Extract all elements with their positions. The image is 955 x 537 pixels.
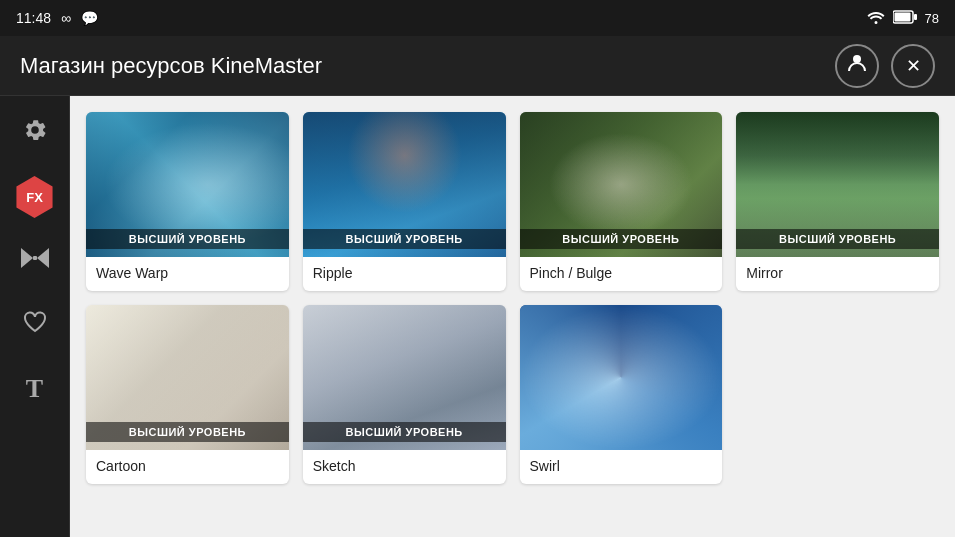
card-thumb-mirror: ВЫСШИЙ УРОВЕНЬ bbox=[736, 112, 939, 257]
svg-point-3 bbox=[853, 55, 861, 63]
card-sketch[interactable]: ВЫСШИЙ УРОВЕНЬSketch bbox=[303, 305, 506, 484]
card-label-sketch: Sketch bbox=[303, 450, 506, 484]
card-wave-warp[interactable]: ВЫСШИЙ УРОВЕНЬWave Warp bbox=[86, 112, 289, 291]
card-thumb-sketch: ВЫСШИЙ УРОВЕНЬ bbox=[303, 305, 506, 450]
status-right: 78 bbox=[867, 10, 939, 27]
effects-grid: ВЫСШИЙ УРОВЕНЬWave WarpВЫСШИЙ УРОВЕНЬRip… bbox=[86, 112, 939, 484]
heart-icon bbox=[23, 311, 47, 339]
card-mirror[interactable]: ВЫСШИЙ УРОВЕНЬMirror bbox=[736, 112, 939, 291]
close-icon: ✕ bbox=[906, 55, 921, 77]
sidebar-item-transitions[interactable] bbox=[8, 234, 62, 288]
card-swirl[interactable]: Swirl bbox=[520, 305, 723, 484]
card-label-cartoon: Cartoon bbox=[86, 450, 289, 484]
wifi-icon bbox=[867, 10, 885, 27]
card-label-swirl: Swirl bbox=[520, 450, 723, 484]
main-layout: FX T ВЫСШИЙ УРОВЕНЬWave W bbox=[0, 96, 955, 537]
svg-marker-4 bbox=[21, 248, 33, 268]
card-thumb-pinch-bulge: ВЫСШИЙ УРОВЕНЬ bbox=[520, 112, 723, 257]
card-thumb-cartoon: ВЫСШИЙ УРОВЕНЬ bbox=[86, 305, 289, 450]
header-actions: ✕ bbox=[835, 44, 935, 88]
card-cartoon[interactable]: ВЫСШИЙ УРОВЕНЬCartoon bbox=[86, 305, 289, 484]
card-label-ripple: Ripple bbox=[303, 257, 506, 291]
app-header: Магазин ресурсов KineMaster ✕ bbox=[0, 36, 955, 96]
sidebar-item-overlays[interactable] bbox=[8, 298, 62, 352]
svg-rect-2 bbox=[894, 12, 910, 21]
battery-percentage: 78 bbox=[925, 11, 939, 26]
status-left: 11:48 ∞ 💬 bbox=[16, 10, 98, 26]
svg-rect-1 bbox=[914, 14, 917, 20]
user-icon bbox=[846, 52, 868, 79]
sidebar-item-fx[interactable]: FX bbox=[8, 170, 62, 224]
fx-badge-icon: FX bbox=[14, 176, 56, 218]
bowtie-icon bbox=[21, 248, 49, 274]
content-area: ВЫСШИЙ УРОВЕНЬWave WarpВЫСШИЙ УРОВЕНЬRip… bbox=[70, 96, 955, 537]
status-time: 11:48 bbox=[16, 10, 51, 26]
sidebar: FX T bbox=[0, 96, 70, 537]
svg-rect-6 bbox=[33, 256, 37, 260]
card-pinch-bulge[interactable]: ВЫСШИЙ УРОВЕНЬPinch / Bulge bbox=[520, 112, 723, 291]
status-bar: 11:48 ∞ 💬 78 bbox=[0, 0, 955, 36]
battery-icon bbox=[893, 10, 917, 27]
close-button[interactable]: ✕ bbox=[891, 44, 935, 88]
card-label-wave-warp: Wave Warp bbox=[86, 257, 289, 291]
gear-icon bbox=[22, 117, 48, 149]
card-badge-cartoon: ВЫСШИЙ УРОВЕНЬ bbox=[86, 422, 289, 442]
card-badge-ripple: ВЫСШИЙ УРОВЕНЬ bbox=[303, 229, 506, 249]
card-badge-wave-warp: ВЫСШИЙ УРОВЕНЬ bbox=[86, 229, 289, 249]
sidebar-item-text[interactable]: T bbox=[8, 362, 62, 416]
infinity-icon: ∞ bbox=[61, 10, 71, 26]
svg-marker-5 bbox=[37, 248, 49, 268]
card-badge-pinch-bulge: ВЫСШИЙ УРОВЕНЬ bbox=[520, 229, 723, 249]
card-label-mirror: Mirror bbox=[736, 257, 939, 291]
sidebar-item-settings[interactable] bbox=[8, 106, 62, 160]
card-overlay-swirl bbox=[520, 305, 723, 450]
card-thumb-wave-warp: ВЫСШИЙ УРОВЕНЬ bbox=[86, 112, 289, 257]
card-ripple[interactable]: ВЫСШИЙ УРОВЕНЬRipple bbox=[303, 112, 506, 291]
card-thumb-swirl bbox=[520, 305, 723, 450]
card-badge-sketch: ВЫСШИЙ УРОВЕНЬ bbox=[303, 422, 506, 442]
message-icon: 💬 bbox=[81, 10, 98, 26]
page-title: Магазин ресурсов KineMaster bbox=[20, 53, 322, 79]
user-profile-button[interactable] bbox=[835, 44, 879, 88]
text-icon: T bbox=[26, 374, 43, 404]
card-badge-mirror: ВЫСШИЙ УРОВЕНЬ bbox=[736, 229, 939, 249]
card-thumb-ripple: ВЫСШИЙ УРОВЕНЬ bbox=[303, 112, 506, 257]
card-label-pinch-bulge: Pinch / Bulge bbox=[520, 257, 723, 291]
